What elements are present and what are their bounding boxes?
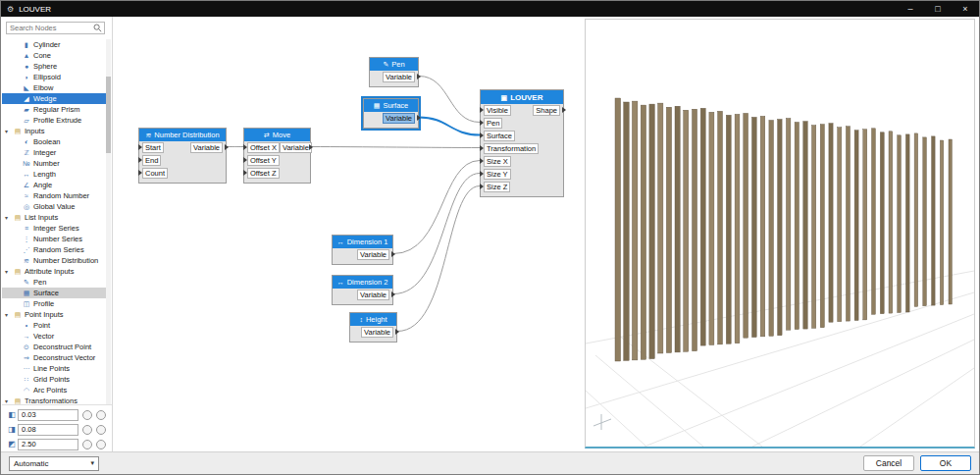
wire[interactable] (393, 174, 480, 294)
node-pen[interactable]: ✎Pen Variable (369, 57, 419, 87)
sidebar-item-pen[interactable]: ✎Pen (2, 277, 106, 288)
sidebar-folder-inputs[interactable]: ▾▤Inputs (2, 126, 106, 136)
parameter-1-option-button-b[interactable] (96, 410, 106, 420)
close-button[interactable]: × (952, 1, 979, 17)
ok-button[interactable]: OK (920, 455, 971, 471)
node-number-distribution[interactable]: ≋Number Distribution StartVariable End C… (138, 128, 227, 184)
sidebar-item-vector[interactable]: →Vector (2, 331, 106, 342)
sidebar-item-angle[interactable]: ∠Angle (2, 180, 106, 190)
input-port[interactable] (480, 184, 484, 189)
parameter-3-option-button-b[interactable] (96, 440, 106, 449)
parameter-1-option-button-a[interactable] (82, 410, 92, 420)
node-header[interactable]: ⇄Move (244, 129, 310, 141)
node-header[interactable]: ≋Number Distribution (139, 129, 226, 141)
node-header[interactable]: ↔Dimension 1 (333, 236, 392, 248)
sidebar-item-arc-points[interactable]: ◠Arc Points (2, 385, 106, 396)
output-port[interactable] (225, 144, 229, 150)
parameter-3-option-button-a[interactable] (82, 440, 92, 449)
sidebar-item-cylinder[interactable]: ▮Cylinder (2, 39, 106, 50)
input-port[interactable] (480, 171, 484, 177)
sidebar-item-length[interactable]: ↔Length (2, 169, 106, 180)
node-dimension-2[interactable]: ↔Dimension 2 Variable (332, 275, 393, 305)
output-port[interactable] (395, 329, 399, 335)
search-input[interactable] (7, 24, 93, 32)
sidebar-item-random-series[interactable]: ⋰Random Series (2, 244, 106, 255)
output-port[interactable] (309, 144, 313, 150)
node-dimension-1[interactable]: ↔Dimension 1 Variable (332, 235, 393, 265)
sidebar-folder-point-inputs[interactable]: ▾▤Point Inputs (2, 309, 106, 320)
cancel-button[interactable]: Cancel (863, 455, 914, 471)
sidebar-item-number-distribution[interactable]: ≋Number Distribution (2, 255, 106, 266)
wire[interactable] (311, 147, 480, 148)
sidebar-item-number[interactable]: №Number (2, 158, 106, 169)
output-port[interactable] (562, 107, 566, 113)
sidebar-item-cone[interactable]: ▲Cone (2, 50, 106, 61)
tree-scrollbar[interactable] (106, 39, 111, 405)
sidebar-item-profile-extrude[interactable]: ▱Profile Extrude (2, 115, 106, 126)
sidebar-item-deconstruct-point[interactable]: ⊙Deconstruct Point (2, 342, 106, 352)
sidebar-item-regular-prism[interactable]: ▰Regular Prism (2, 104, 106, 115)
sidebar-folder-list-inputs[interactable]: ▾▤List Inputs (2, 212, 106, 223)
node-header[interactable]: ▦Surface (364, 99, 418, 112)
output-port[interactable] (417, 115, 421, 121)
chevron-down-icon[interactable]: ▾ (5, 397, 13, 404)
sidebar-item-number-series[interactable]: ⋮Number Series (2, 234, 106, 244)
parameter-input-3[interactable] (18, 439, 78, 450)
input-port[interactable] (138, 170, 142, 176)
sidebar-item-integer-series[interactable]: ≡Integer Series (2, 223, 106, 234)
sidebar-item-deconstruct-vector[interactable]: ⇒Deconstruct Vector (2, 352, 106, 363)
sidebar-item-point[interactable]: •Point (2, 320, 106, 331)
sidebar-item-profile[interactable]: ◫Profile (2, 298, 106, 309)
chevron-down-icon[interactable]: ▾ (5, 311, 13, 318)
title-bar[interactable]: ⚙ LOUVER – □ × (1, 1, 979, 17)
sidebar-item-integer[interactable]: ℤInteger (2, 147, 106, 158)
input-port[interactable] (480, 158, 484, 164)
input-port[interactable] (480, 107, 484, 113)
input-port[interactable] (138, 144, 142, 150)
mode-dropdown[interactable]: Automatic ▾ (9, 456, 99, 471)
output-port[interactable] (417, 74, 421, 79)
parameter-2-option-button-b[interactable] (96, 425, 106, 435)
sidebar-item-boolean[interactable]: ◐Boolean (2, 136, 106, 147)
wire[interactable] (397, 186, 480, 332)
chevron-down-icon[interactable]: ▾ (5, 268, 13, 275)
sidebar-item-random-number[interactable]: ≈Random Number (2, 190, 106, 201)
node-graph-canvas[interactable]: ≋Number Distribution StartVariable End C… (113, 17, 583, 447)
input-port[interactable] (243, 157, 247, 163)
parameter-input-2[interactable] (18, 424, 78, 436)
input-port[interactable] (480, 120, 484, 126)
sidebar-item-grid-points[interactable]: ∷Grid Points (2, 374, 106, 385)
sidebar-item-sphere[interactable]: ●Sphere (2, 61, 106, 72)
tree-scrollbar-thumb[interactable] (106, 77, 111, 153)
node-move[interactable]: ⇄Move Offset XVariable Offset Y Offset Z (243, 128, 311, 184)
sidebar-item-line-points[interactable]: ⋯Line Points (2, 363, 106, 374)
sidebar-item-wedge[interactable]: ◢Wedge (2, 93, 106, 104)
sidebar-item-surface[interactable]: ▦Surface (2, 288, 106, 298)
node-header[interactable]: ↔Dimension 2 (333, 276, 392, 289)
input-port[interactable] (243, 170, 247, 176)
sidebar-folder-attribute-inputs[interactable]: ▾▤Attribute Inputs (2, 266, 106, 277)
parameter-2-option-button-a[interactable] (82, 425, 92, 435)
chevron-down-icon[interactable]: ▾ (5, 214, 13, 221)
node-height[interactable]: ↕Height Variable (349, 312, 397, 343)
node-header[interactable]: ▣LOUVER (481, 90, 563, 104)
3d-viewport[interactable] (585, 19, 975, 449)
wire-selected[interactable] (419, 118, 480, 135)
sidebar-item-ellipsoid[interactable]: ◗Ellipsoid (2, 72, 106, 82)
input-port[interactable] (480, 132, 484, 138)
node-surface[interactable]: ▦Surface Variable (363, 98, 419, 129)
parameter-input-1[interactable] (18, 409, 78, 421)
search-box[interactable] (6, 22, 105, 34)
sidebar-item-elbow[interactable]: ◣Elbow (2, 82, 106, 93)
wire[interactable] (419, 77, 480, 123)
node-header[interactable]: ↕Height (350, 313, 396, 326)
input-port[interactable] (243, 144, 247, 150)
node-header[interactable]: ✎Pen (370, 58, 418, 71)
sidebar-item-global-value[interactable]: ◎Global Value (2, 201, 106, 212)
output-port[interactable] (391, 251, 395, 257)
input-port[interactable] (138, 157, 142, 163)
chevron-down-icon[interactable]: ▾ (5, 128, 13, 134)
maximize-button[interactable]: □ (924, 1, 952, 17)
wire[interactable] (393, 161, 480, 254)
output-port[interactable] (391, 291, 395, 297)
